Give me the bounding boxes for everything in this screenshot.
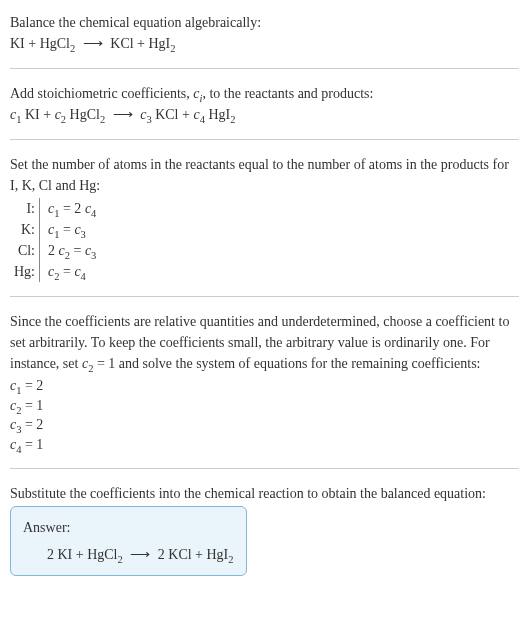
solution-item: c3 = 2 [10,415,519,435]
step-atom-balance: Set the number of atoms in the reactants… [10,148,519,288]
divider [10,139,519,140]
table-row: I:c1 = 2 c4 [10,198,100,219]
table-row: Cl:2 c2 = c3 [10,240,100,261]
element-equation: c1 = c3 [40,219,101,240]
subscript: 2 [70,43,75,54]
subscript: 2 [230,114,235,125]
step3-text: Set the number of atoms in the reactants… [10,154,519,196]
step1-equation: KI + HgCl2 ⟶ KCl + HgI2 [10,33,519,54]
step2-text: Add stoichiometric coefficients, ci, to … [10,83,519,104]
step5-text: Substitute the coefficients into the che… [10,483,519,504]
table-row: Hg:c2 = c4 [10,261,100,282]
eq-part: KCl + [152,107,194,122]
step-balance-intro: Balance the chemical equation algebraica… [10,6,519,60]
eq-part: KI + [21,107,54,122]
step1-text: Balance the chemical equation algebraica… [10,12,519,33]
element-label: K: [10,219,40,240]
answer-equation: 2 KI + HgCl2 ⟶ 2 KCl + HgI2 [23,544,234,565]
eq-part: KI + HgCl [10,36,70,51]
step4-text: Since the coefficients are relative quan… [10,311,519,374]
reaction-arrow-icon: ⟶ [109,107,137,122]
element-equation: 2 c2 = c3 [40,240,101,261]
text-part: and solve the system of equations for th… [115,356,480,371]
divider [10,68,519,69]
step-substitute: Substitute the coefficients into the che… [10,477,519,582]
subscript: 2 [118,554,123,565]
divider [10,296,519,297]
element-label: I: [10,198,40,219]
solution-list: c1 = 2c2 = 1c3 = 2c4 = 1 [10,376,519,454]
subscript: 2 [170,43,175,54]
step2-equation: c1 KI + c2 HgCl2 ⟶ c3 KCl + c4 HgI2 [10,104,519,125]
step-solve: Since the coefficients are relative quan… [10,305,519,460]
element-label: Cl: [10,240,40,261]
subscript: 2 [100,114,105,125]
eq-part: 2 KI + HgCl [47,547,118,562]
eq-part: 2 KCl + HgI [158,547,229,562]
element-equation: c2 = c4 [40,261,101,282]
solution-item: c1 = 2 [10,376,519,396]
solution-item: c2 = 1 [10,396,519,416]
element-label: Hg: [10,261,40,282]
text-part: Add stoichiometric coefficients, [10,86,193,101]
text-part: = 1 [93,356,115,371]
eq-part: KCl + HgI [110,36,170,51]
element-equation: c1 = 2 c4 [40,198,101,219]
divider [10,468,519,469]
eq-part: HgI [205,107,230,122]
solution-item: c4 = 1 [10,435,519,455]
reaction-arrow-icon: ⟶ [79,36,107,51]
table-row: K:c1 = c3 [10,219,100,240]
step-add-coefficients: Add stoichiometric coefficients, ci, to … [10,77,519,131]
answer-box: Answer: 2 KI + HgCl2 ⟶ 2 KCl + HgI2 [10,506,247,576]
atom-equations-table: I:c1 = 2 c4K:c1 = c3Cl:2 c2 = c3Hg:c2 = … [10,198,100,282]
answer-label: Answer: [23,517,234,538]
eq-part: HgCl [66,107,100,122]
text-part: , to the reactants and products: [202,86,373,101]
subscript: 2 [228,554,233,565]
reaction-arrow-icon: ⟶ [126,547,154,562]
